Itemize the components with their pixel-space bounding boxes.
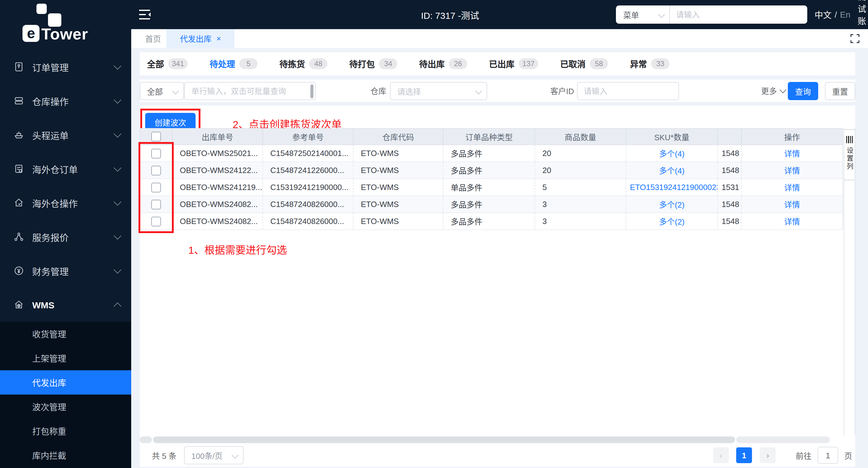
sidebar-item-wms[interactable]: WMS [0,288,131,322]
detail-link[interactable]: 详情 [784,166,800,175]
cell-warehouse-code: ETO-WMS [353,145,443,162]
page-size-select[interactable]: 100条/页 [184,446,244,464]
account-menu[interactable]: 测试账号 [858,0,868,29]
sidebar-item-finance[interactable]: 财务管理 [0,254,131,288]
status-tab-pending[interactable]: 待处理5 [210,58,257,70]
sku-detail-link[interactable]: 多个(4) [659,149,685,159]
lang-zh[interactable]: 中文 [814,8,832,21]
col-warehouse-code: 仓库代码 [353,128,443,145]
cell-reference-no: C153192412190000... [263,179,353,196]
order-type-select[interactable]: 全部 [140,82,184,100]
overseas-ops-icon [13,197,24,208]
sidebar-item-receiving[interactable]: 收货管理 [0,322,131,346]
scrollbar-segment[interactable] [140,436,152,443]
status-tab-abnormal[interactable]: 异常33 [630,58,670,70]
table-row: OBETO-WMS24122... C15487241226000... ETO… [140,162,843,179]
warehouse-icon [13,95,24,106]
column-settings-handle[interactable]: 设置列 [844,129,855,180]
tab-home[interactable]: 首页 [140,29,166,48]
language-switch[interactable]: 中文 / En [814,0,850,29]
sidebar-item-label: 海外仓订单 [32,162,78,175]
cell-order-kind: 多品多件 [443,145,535,162]
sidebar-item-label: 仓库操作 [32,94,69,107]
row-checkbox[interactable] [151,200,161,209]
batch-placeholder: 单行输入，双击可批量查询 [191,86,302,97]
chevron-down-icon [114,266,121,273]
row-checkbox[interactable] [151,166,161,175]
sidebar-item-service-quote[interactable]: 服务报价 [0,220,131,254]
scrollbar-thumb[interactable] [310,85,313,98]
logo-text: Tower [41,25,88,44]
batch-search-input[interactable]: 单行输入，双击可批量查询 [184,82,316,100]
column-settings-strip[interactable]: 设置列 [844,128,855,435]
table-row: OBETO-WMS25021... C154872502140001... ET… [140,145,843,162]
row-checkbox[interactable] [151,217,161,226]
status-tab-shipped[interactable]: 已出库137 [489,58,538,70]
sidebar-item-dropship-outbound[interactable]: 代发出库 [0,370,131,395]
more-filters-toggle[interactable]: 更多 [761,79,785,102]
chevron-down-icon [114,96,121,103]
sku-detail-link[interactable]: 多个(2) [659,200,685,209]
sku-detail-link[interactable]: 多个(4) [659,166,685,175]
sidebar-item-label: 头程运单 [32,128,69,141]
cell-clipped: 1548 [718,145,741,162]
tab-dropship-outbound[interactable]: 代发出库 × [166,29,235,48]
status-badge: 58 [590,58,608,69]
sidebar-item-overseas-order[interactable]: 海外仓订单 [0,152,131,186]
row-checkbox[interactable] [151,183,161,193]
fullscreen-icon[interactable] [850,34,860,43]
sidebar-item-wave-mgmt[interactable]: 波次管理 [0,395,131,419]
chevron-down-icon [475,88,482,95]
col-order-kind: 订单品种类型 [443,128,535,145]
sidebar-item-order-mgmt[interactable]: 订单管理 [0,50,131,84]
sku-detail-link[interactable]: 多个(2) [659,217,685,226]
warehouse-select[interactable]: 请选择 [390,82,487,100]
chevron-down-icon [114,232,121,239]
scrollbar-segment[interactable] [736,436,830,443]
sidebar-item-label: 服务报价 [32,230,69,243]
status-tab-cancelled[interactable]: 已取消58 [560,58,608,70]
sidebar-item-intercept[interactable]: 库内拦截 [0,443,131,467]
select-all-checkbox[interactable] [151,132,161,142]
header-menu-select[interactable]: 菜单 [616,5,670,24]
sidebar-item-pack-weigh[interactable]: 打包称重 [0,419,131,443]
status-tab-to-pick[interactable]: 待拣货48 [279,58,328,70]
reset-button[interactable]: 重置 [825,82,855,100]
warehouse-label: 仓库 [371,79,386,102]
sidebar-item-overseas-ops[interactable]: 海外仓操作 [0,186,131,220]
goto-page-input[interactable] [817,447,838,464]
sub-item-label: 打包称重 [32,425,66,437]
status-badge: 341 [168,58,188,69]
detail-link[interactable]: 详情 [784,200,800,209]
status-tab-to-pack[interactable]: 待打包34 [349,58,397,70]
cell-warehouse-code: ETO-WMS [353,179,443,196]
chevron-down-icon [172,88,179,95]
detail-link[interactable]: 详情 [784,217,800,226]
sku-detail-link[interactable]: ETO15319241219000023 [630,183,718,192]
close-icon[interactable]: × [216,35,221,42]
cell-warehouse-code: ETO-WMS [353,196,443,213]
tab-label: 代发出库 [180,33,211,44]
prev-page-button[interactable]: ‹ [713,447,729,463]
status-tab-to-ship[interactable]: 待出库26 [419,58,467,70]
lang-en[interactable]: En [840,10,850,20]
cell-reference-no: C15487240826000... [263,213,353,230]
current-page-button[interactable]: 1 [736,447,752,463]
horizontal-scrollbar-thumb[interactable] [153,436,735,443]
detail-link[interactable]: 详情 [784,149,800,159]
detail-link[interactable]: 详情 [784,183,800,193]
col-actions: 操作 [741,128,843,145]
cell-reference-no: C15487240826000... [263,196,353,213]
drag-handle-icon [846,136,853,143]
customer-id-input[interactable] [577,82,679,100]
sidebar-item-warehouse-ops[interactable]: 仓库操作 [0,84,131,118]
status-tab-all[interactable]: 全部341 [147,58,188,70]
header-search-input[interactable] [670,5,807,24]
next-page-button[interactable]: › [760,447,776,463]
row-checkbox[interactable] [151,149,161,159]
sidebar-item-shelving[interactable]: 上架管理 [0,346,131,370]
sub-item-label: 收货管理 [32,328,66,340]
status-badge: 48 [309,58,328,69]
search-button[interactable]: 查询 [788,82,818,100]
sidebar-item-first-leg[interactable]: 头程运单 [0,118,131,152]
